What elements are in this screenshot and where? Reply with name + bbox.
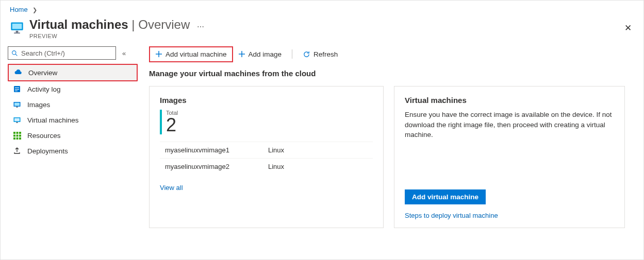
view-all-link[interactable]: View all (160, 184, 373, 192)
collapse-sidebar-icon[interactable]: « (122, 49, 124, 57)
sidebar-item-images[interactable]: Images (8, 97, 138, 112)
sidebar-item-deployments[interactable]: Deployments (8, 143, 138, 159)
svg-rect-16 (13, 132, 15, 134)
toolbar: Add virtual machine Add image Refresh (149, 46, 633, 62)
sidebar-item-label: Activity log (27, 85, 61, 93)
svg-line-5 (15, 54, 17, 56)
main-subheading: Manage your virtual machines from the cl… (149, 69, 633, 78)
toolbar-separator (292, 49, 292, 59)
more-icon[interactable]: ⋯ (197, 23, 205, 31)
sidebar: « Overview Activity log Images (8, 46, 138, 228)
page-header: Virtual machines | Overview PREVIEW ⋯ (1, 16, 643, 39)
sidebar-item-label: Resources (27, 132, 61, 140)
add-image-button[interactable]: Add image (233, 48, 287, 60)
table-row[interactable]: myaselinuxvmimage2 Linux (160, 158, 373, 175)
add-vm-card-button[interactable]: Add virtual machine (405, 189, 486, 204)
svg-rect-21 (19, 134, 21, 136)
plus-icon (155, 50, 162, 58)
vm-icon (10, 21, 24, 35)
total-counter: Total 2 (160, 110, 373, 134)
vm-small-icon (13, 116, 21, 124)
sidebar-item-vms[interactable]: Virtual machines (8, 112, 138, 128)
close-icon[interactable]: ✕ (624, 23, 632, 33)
svg-rect-14 (14, 118, 20, 122)
sidebar-item-overview[interactable]: Overview (9, 65, 137, 80)
main-content: Add virtual machine Add image Refresh Ma… (138, 46, 643, 228)
vms-card: Virtual machines Ensure you have the cor… (394, 86, 625, 228)
refresh-icon (303, 50, 310, 58)
resources-icon (13, 131, 21, 140)
deployments-icon (13, 147, 21, 155)
images-card: Images Total 2 myaselinuxvmimage1 Linux … (149, 86, 384, 228)
svg-rect-12 (16, 107, 18, 108)
svg-rect-23 (16, 137, 18, 140)
steps-link[interactable]: Steps to deploy virtual machine (405, 212, 614, 219)
svg-rect-15 (16, 122, 18, 123)
table-row[interactable]: myaselinuxvmimage1 Linux (160, 142, 373, 158)
svg-rect-7 (15, 88, 19, 88)
preview-badge: PREVIEW (29, 33, 190, 39)
chevron-right-icon: ❯ (32, 7, 37, 13)
svg-rect-2 (16, 31, 19, 33)
svg-rect-20 (16, 134, 18, 136)
card-title: Images (160, 96, 373, 105)
sidebar-item-resources[interactable]: Resources (8, 128, 138, 143)
card-description: Ensure you have the correct image is ava… (405, 110, 614, 140)
activity-log-icon (13, 85, 21, 93)
svg-rect-18 (19, 132, 21, 134)
svg-rect-9 (15, 91, 18, 91)
sidebar-item-label: Overview (28, 69, 57, 77)
sidebar-item-activity[interactable]: Activity log (8, 81, 138, 97)
svg-rect-24 (19, 137, 21, 140)
refresh-button[interactable]: Refresh (298, 48, 343, 60)
cloud-icon (14, 68, 22, 77)
sidebar-item-label: Deployments (27, 147, 68, 155)
search-input[interactable] (8, 46, 116, 60)
page-title: Virtual machines | Overview (29, 18, 190, 32)
svg-point-4 (12, 50, 16, 54)
svg-rect-1 (12, 24, 22, 29)
card-title: Virtual machines (405, 96, 614, 105)
images-icon (13, 100, 21, 109)
svg-rect-19 (13, 134, 15, 136)
breadcrumb: Home ❯ (1, 1, 643, 16)
search-icon (11, 50, 18, 57)
svg-rect-8 (15, 89, 19, 90)
svg-rect-11 (14, 103, 20, 106)
sidebar-item-label: Images (27, 101, 50, 109)
breadcrumb-home[interactable]: Home (10, 6, 28, 13)
plus-icon (238, 50, 245, 58)
add-vm-button[interactable]: Add virtual machine (150, 48, 232, 60)
svg-rect-22 (13, 137, 15, 140)
sidebar-item-label: Virtual machines (27, 116, 79, 124)
svg-rect-17 (16, 132, 18, 134)
svg-rect-3 (14, 32, 20, 33)
